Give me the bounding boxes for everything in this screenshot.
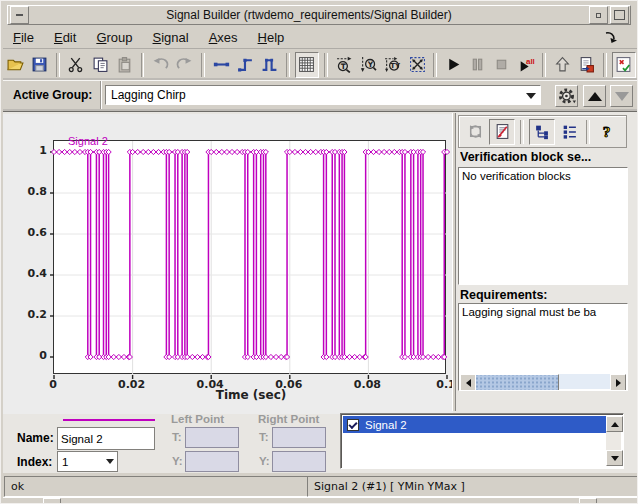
send-to-workspace-button[interactable] [576, 53, 598, 77]
grid-toggle-button[interactable] [295, 52, 319, 78]
left-t-input [186, 428, 238, 447]
zoom-y-button[interactable]: Y [357, 53, 379, 77]
signal-list-vscrollbar[interactable] [606, 416, 621, 466]
scroll-down-button[interactable] [606, 450, 623, 466]
redo-icon [176, 56, 193, 73]
tree-view-button[interactable] [529, 119, 555, 145]
play-icon [445, 56, 462, 73]
toolbar-separator [324, 53, 328, 77]
scissors-icon [67, 56, 84, 73]
run-verification-icon [467, 123, 484, 140]
x-axis-label: Time (sec) [141, 388, 361, 402]
verification-toolbar: ? [458, 115, 627, 148]
zoom-y-icon: Y [360, 56, 377, 73]
redo-button [174, 53, 196, 77]
menu-signal[interactable]: Signal [143, 28, 199, 47]
pulse-signal-button[interactable] [259, 53, 281, 77]
toolbar-separator [603, 53, 607, 77]
scroll-up-button[interactable] [606, 416, 623, 432]
y-tick-label: 0.4 [15, 267, 47, 280]
resize-grip[interactable] [579, 498, 597, 504]
copy-button[interactable] [89, 53, 111, 77]
dock-arrow-icon[interactable] [603, 29, 619, 45]
window-title: Signal Builder (rtwdemo_requirements/Sig… [30, 8, 588, 22]
scroll-right-button[interactable] [610, 374, 626, 391]
start-simulation-button[interactable] [442, 53, 464, 77]
save-icon [31, 56, 48, 73]
group-options-button[interactable] [555, 85, 578, 107]
open-button[interactable] [4, 53, 26, 77]
right-t-label: T: [259, 431, 269, 443]
requirements-hscrollbar[interactable] [460, 374, 626, 389]
index-label: Index: [17, 455, 52, 469]
requirements-display-button[interactable] [612, 52, 636, 78]
menu-file[interactable]: File [3, 28, 44, 47]
svg-text:?: ? [602, 123, 610, 140]
run-all-groups-button[interactable]: all [515, 53, 537, 77]
active-group-select[interactable]: Lagging Chirp [105, 85, 541, 105]
signal-listbox[interactable]: Signal 2 [340, 413, 624, 469]
index-select[interactable]: 1 [58, 452, 117, 471]
cut-button[interactable] [65, 53, 87, 77]
menu-axes[interactable]: Axes [199, 28, 248, 47]
requirements-doc-button[interactable] [489, 119, 515, 145]
triangle-up-icon [588, 92, 602, 101]
menu-edit[interactable]: Edit [44, 28, 86, 47]
scroll-left-button[interactable] [460, 374, 476, 391]
toolbar-separator [542, 53, 546, 77]
minimize-button[interactable] [589, 6, 608, 24]
right-y-input [273, 452, 325, 471]
panel-splitter[interactable] [452, 113, 456, 411]
stop-simulation-button [491, 53, 513, 77]
toolbar-separator [286, 53, 290, 77]
zoom-fit-icon [409, 56, 426, 73]
y-tick-label: 1 [15, 144, 47, 157]
status-message: ok [4, 476, 312, 497]
resize-grip[interactable] [43, 498, 61, 504]
triangle-down-icon [611, 456, 619, 461]
help-button[interactable]: ? [595, 120, 619, 144]
hscroll-thumb[interactable] [475, 374, 559, 391]
menu-help[interactable]: Help [248, 28, 295, 47]
signal-plot[interactable]: Signal 2 [53, 140, 446, 374]
requirements-list[interactable]: Lagging signal must be ba [458, 303, 628, 391]
line-segment-button[interactable] [210, 53, 232, 77]
toolbar-separator [433, 53, 437, 77]
signal-list-item[interactable]: Signal 2 [343, 416, 606, 433]
active-group-label: Active Group: [5, 81, 101, 109]
zoom-ty-button[interactable]: TY [382, 53, 404, 77]
list-view-icon [561, 123, 578, 140]
step-signal-button[interactable] [234, 53, 256, 77]
up-arrow-icon [554, 56, 571, 73]
main-toolbar: TYTYall [3, 49, 637, 81]
undo-button [149, 53, 171, 77]
tree-view-icon [534, 123, 551, 140]
status-bar: ok Signal 2 (#1) [ YMin YMax ] [1, 473, 638, 497]
name-label: Name: [17, 431, 54, 445]
minimize-icon [596, 13, 601, 18]
verification-text: No verification blocks [462, 170, 571, 182]
name-input[interactable] [58, 428, 154, 449]
verification-list[interactable]: No verification blocks [458, 167, 628, 285]
signal-builder-window: Signal Builder (rtwdemo_requirements/Sig… [0, 0, 638, 504]
pause-icon [469, 56, 486, 73]
move-group-up-button[interactable] [583, 85, 606, 107]
toolbar-separator [141, 53, 145, 77]
zoom-time-button[interactable]: T [333, 53, 355, 77]
list-view-button[interactable] [557, 120, 581, 144]
menu-group[interactable]: Group [86, 28, 142, 47]
signal-checkbox[interactable] [347, 419, 359, 431]
window-menu-button[interactable] [10, 6, 29, 24]
triangle-up-icon [611, 422, 619, 427]
save-button[interactable] [28, 53, 50, 77]
maximize-button[interactable] [610, 6, 629, 24]
status-selection: Signal 2 (#1) [ YMin YMax ] [307, 476, 638, 497]
right-t-input [273, 428, 325, 447]
verification-icon [615, 56, 632, 73]
requirements-header: Requirements: [460, 288, 628, 302]
zoom-fit-button[interactable] [406, 53, 428, 77]
signal-color-swatch [63, 419, 155, 421]
stop-icon [493, 56, 510, 73]
left-t-label: T: [172, 431, 182, 443]
up-to-parent-button[interactable] [551, 53, 573, 77]
